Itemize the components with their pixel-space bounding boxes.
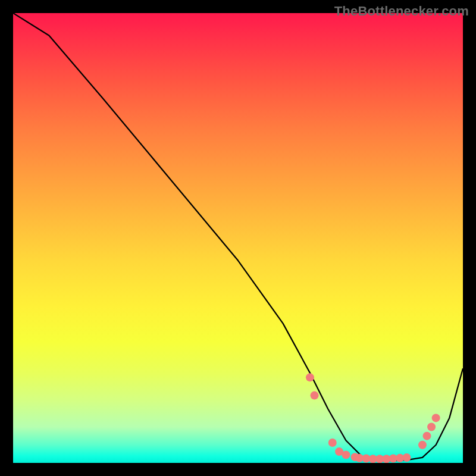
chart-data-marker [418, 441, 427, 449]
chart-plot-area [13, 13, 463, 463]
chart-line-layer [13, 13, 463, 461]
chart-data-marker [432, 414, 440, 422]
chart-data-marker [403, 453, 411, 462]
chart-data-marker [427, 423, 436, 431]
chart-series-curve [13, 13, 463, 461]
chart-svg-overlay [13, 13, 463, 463]
watermark-label: TheBottlenecker.com [334, 4, 469, 19]
chart-data-marker [342, 450, 350, 459]
chart-data-marker [328, 439, 337, 447]
chart-data-marker [306, 373, 314, 381]
chart-data-marker [311, 392, 319, 400]
chart-marker-layer [306, 373, 440, 463]
chart-data-marker [423, 432, 431, 440]
